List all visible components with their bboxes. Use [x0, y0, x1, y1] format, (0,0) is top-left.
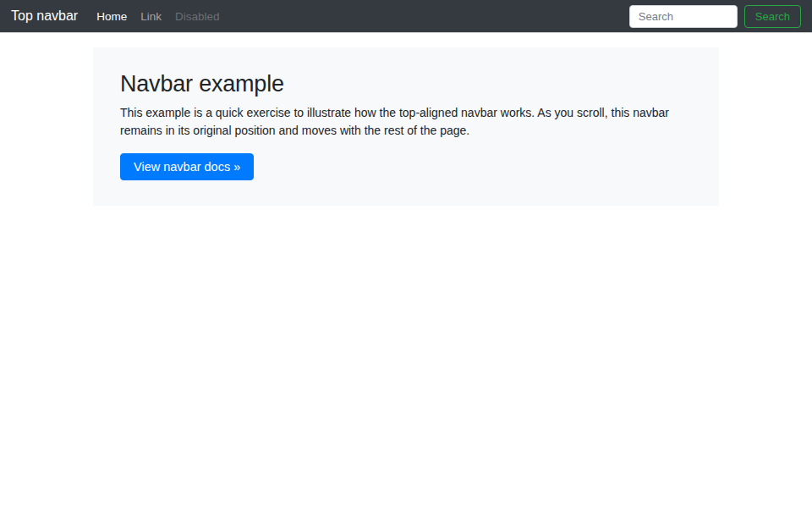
nav-link-home[interactable]: Home	[90, 10, 134, 23]
nav-item-home: Home	[90, 8, 134, 24]
view-navbar-docs-button[interactable]: View navbar docs »	[120, 153, 254, 180]
page-content: Navbar example This example is a quick e…	[0, 32, 812, 206]
navbar-brand[interactable]: Top navbar	[11, 9, 78, 23]
nav-item-link: Link	[134, 8, 168, 24]
navbar-nav: Home Link Disabled	[90, 8, 226, 24]
search-button[interactable]: Search	[744, 5, 801, 28]
jumbotron-description: This example is a quick exercise to illu…	[120, 104, 692, 140]
search-form: Search	[629, 5, 801, 28]
nav-link-disabled: Disabled	[168, 10, 227, 23]
top-navbar: Top navbar Home Link Disabled Search	[0, 0, 812, 32]
nav-link-link[interactable]: Link	[134, 10, 168, 23]
page-title: Navbar example	[120, 71, 692, 97]
nav-item-disabled: Disabled	[168, 8, 227, 24]
jumbotron: Navbar example This example is a quick e…	[93, 47, 719, 206]
search-input[interactable]	[629, 5, 738, 28]
